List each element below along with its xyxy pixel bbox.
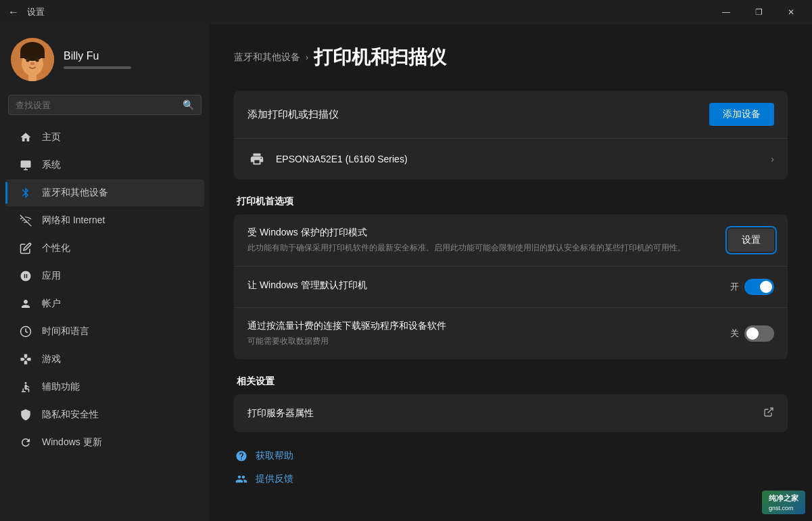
sidebar-item-home-label: 主页: [42, 131, 61, 143]
user-detail-bar: [64, 66, 131, 69]
external-link-icon: [763, 407, 774, 420]
manage-default-info: 让 Windows 管理默认打印机: [247, 279, 730, 294]
toggle-thumb: [760, 281, 772, 293]
avatar: [11, 38, 54, 81]
sidebar-item-home[interactable]: 主页: [5, 124, 204, 151]
printer-item-epson[interactable]: EPSON3A52E1 (L6160 Series) ›: [234, 138, 788, 179]
svg-rect-8: [21, 160, 31, 168]
search-box: 🔍: [8, 95, 201, 115]
breadcrumb-current: 打印机和扫描仪: [314, 45, 446, 70]
printer-preferences-section: 受 Windows 保护的打印模式 此功能有助于确保采用打印机软件的最新安全标准…: [234, 214, 788, 359]
metered-download-info: 通过按流量计费的连接下载驱动程序和设备软件 可能需要收取数据费用: [247, 320, 730, 347]
metered-download-row: 通过按流量计费的连接下载驱动程序和设备软件 可能需要收取数据费用 关: [234, 307, 788, 359]
printer-arrow-icon: ›: [771, 154, 774, 164]
sidebar-item-time[interactable]: 时间和语言: [5, 318, 204, 345]
svg-point-12: [25, 382, 27, 384]
sidebar-item-system[interactable]: 系统: [5, 152, 204, 179]
sidebar: Billy Fu 🔍 主页 系统: [0, 24, 210, 521]
help-icon: [234, 449, 249, 463]
sidebar-item-accounts[interactable]: 帐户: [5, 290, 204, 317]
windows-protected-label: 受 Windows 保护的打印模式: [247, 227, 715, 239]
sidebar-item-bluetooth[interactable]: 蓝牙和其他设备: [5, 179, 204, 206]
add-printer-row: 添加打印机或扫描仪 添加设备: [234, 91, 788, 138]
user-profile[interactable]: Billy Fu: [0, 24, 210, 95]
search-input[interactable]: [16, 100, 177, 110]
bluetooth-icon: [19, 186, 32, 200]
sidebar-item-gaming[interactable]: 游戏: [5, 346, 204, 373]
sidebar-item-accessibility[interactable]: 辅助功能: [5, 373, 204, 401]
printer-preferences-title: 打印机首选项: [234, 196, 788, 208]
maximize-button[interactable]: ❐: [743, 1, 774, 23]
provide-feedback-link[interactable]: 提供反馈: [234, 472, 788, 486]
add-device-button[interactable]: 添加设备: [709, 103, 774, 126]
minimize-button[interactable]: —: [711, 1, 742, 23]
provide-feedback-label: 提供反馈: [256, 473, 293, 485]
sidebar-item-system-label: 系统: [42, 159, 61, 171]
windows-protected-info: 受 Windows 保护的打印模式 此功能有助于确保采用打印机软件的最新安全标准…: [247, 227, 728, 254]
sidebar-item-time-label: 时间和语言: [42, 325, 89, 338]
related-settings-title: 相关设置: [234, 376, 788, 388]
system-icon: [19, 158, 32, 172]
accounts-icon: [19, 297, 32, 311]
manage-default-toggle[interactable]: [744, 279, 774, 295]
svg-line-13: [768, 408, 773, 413]
user-info: Billy Fu: [64, 50, 131, 69]
personalization-icon: [19, 242, 32, 255]
svg-rect-3: [20, 51, 45, 58]
sidebar-item-accessibility-label: 辅助功能: [42, 381, 80, 393]
network-icon: [19, 214, 32, 227]
windows-update-icon: [19, 436, 32, 449]
sidebar-item-gaming-label: 游戏: [42, 353, 61, 365]
title-bar-title: 设置: [27, 6, 45, 18]
add-printer-label: 添加打印机或扫描仪: [247, 108, 339, 121]
privacy-icon: [19, 408, 32, 422]
printer-name: EPSON3A52E1 (L6160 Series): [276, 154, 761, 164]
get-help-link[interactable]: 获取帮助: [234, 449, 788, 463]
breadcrumb: 蓝牙和其他设备 › 打印机和扫描仪: [234, 45, 788, 70]
back-button[interactable]: ←: [5, 3, 22, 21]
metered-download-desc: 可能需要收取数据费用: [247, 335, 717, 347]
user-name: Billy Fu: [64, 50, 131, 62]
svg-point-4: [26, 59, 30, 62]
sidebar-item-personalization[interactable]: 个性化: [5, 235, 204, 262]
sidebar-item-windows-update[interactable]: Windows 更新: [5, 429, 204, 456]
sidebar-item-network[interactable]: 网络和 Internet: [5, 207, 204, 234]
windows-protected-desc: 此功能有助于确保采用打印机软件的最新安全标准。启用此功能可能会限制使用旧的默认安…: [247, 242, 715, 254]
svg-point-6: [30, 62, 34, 65]
svg-rect-7: [28, 73, 37, 81]
related-settings-section: 打印服务器属性: [234, 394, 788, 432]
svg-point-5: [36, 59, 39, 62]
breadcrumb-parent[interactable]: 蓝牙和其他设备: [234, 51, 300, 64]
printer-icon: [247, 150, 266, 168]
sidebar-item-apps[interactable]: 应用: [5, 263, 204, 290]
get-help-label: 获取帮助: [256, 450, 293, 462]
sidebar-item-accounts-label: 帐户: [42, 298, 61, 310]
search-container: 🔍: [0, 95, 210, 123]
manage-default-row: 让 Windows 管理默认打印机 开: [234, 266, 788, 307]
accessibility-icon: [19, 380, 32, 394]
window-controls: — ❐ ✕: [711, 1, 807, 23]
metered-download-toggle-container: 关: [730, 325, 774, 342]
sidebar-item-network-label: 网络和 Internet: [42, 214, 105, 227]
search-icon: 🔍: [183, 99, 194, 110]
metered-download-toggle-label: 关: [730, 327, 739, 340]
feedback-icon: [234, 472, 249, 486]
sidebar-item-privacy[interactable]: 隐私和安全性: [5, 401, 204, 428]
close-button[interactable]: ✕: [775, 1, 807, 23]
manage-default-label: 让 Windows 管理默认打印机: [247, 279, 717, 292]
gaming-icon: [19, 353, 32, 366]
metered-download-toggle[interactable]: [744, 325, 774, 342]
apps-icon: [19, 269, 32, 283]
print-server-properties-row[interactable]: 打印服务器属性: [234, 394, 788, 432]
print-server-properties-label: 打印服务器属性: [247, 407, 314, 420]
footer-links: 获取帮助 提供反馈: [234, 449, 788, 486]
sidebar-item-privacy-label: 隐私和安全性: [42, 409, 99, 421]
windows-protected-row: 受 Windows 保护的打印模式 此功能有助于确保采用打印机软件的最新安全标准…: [234, 214, 788, 266]
windows-protected-settings-button[interactable]: 设置: [728, 229, 774, 252]
manage-default-toggle-label: 开: [730, 281, 739, 293]
manage-default-toggle-container: 开: [730, 279, 774, 295]
sidebar-nav: 主页 系统 蓝牙和其他设备 网络和 Internet: [0, 123, 210, 457]
sidebar-item-windows-update-label: Windows 更新: [42, 436, 102, 449]
home-icon: [19, 131, 32, 144]
metered-download-label: 通过按流量计费的连接下载驱动程序和设备软件: [247, 320, 717, 332]
